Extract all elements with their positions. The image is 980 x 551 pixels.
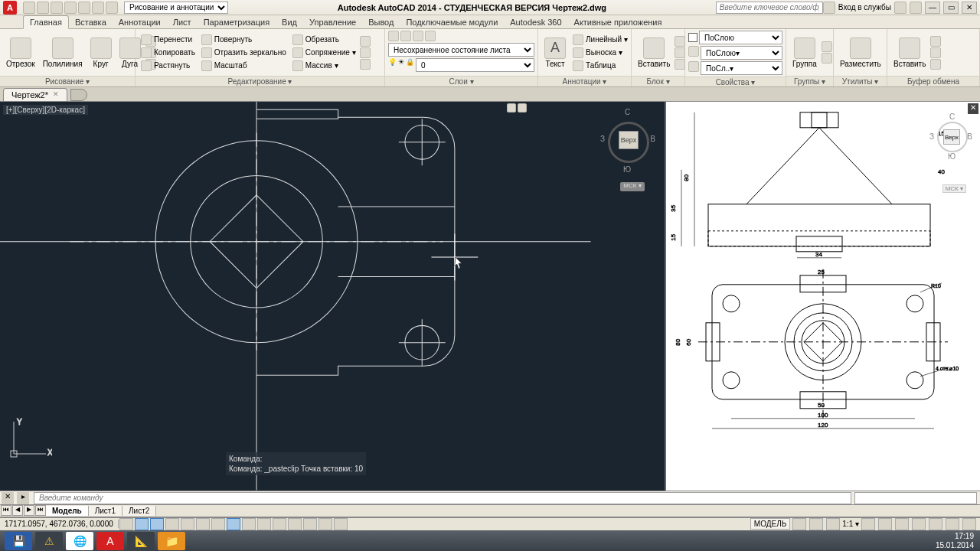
- tab-express[interactable]: Активные приложения: [568, 16, 668, 28]
- measure-button[interactable]: Разместить: [837, 36, 884, 70]
- panel-draw-title[interactable]: Рисование ▾: [0, 76, 135, 86]
- layer-combo[interactable]: 0: [416, 58, 534, 72]
- offset-icon[interactable]: [360, 59, 371, 70]
- viewcube[interactable]: Верх С Ю В З: [602, 108, 655, 177]
- tab-home[interactable]: Главная: [23, 15, 69, 29]
- layout-sheet2-tab[interactable]: Лист2: [122, 506, 156, 516]
- layer-state-combo[interactable]: Несохраненное состояние листа: [388, 43, 534, 57]
- panel-groups-title[interactable]: Группы ▾: [786, 76, 833, 86]
- hardware-accel-icon[interactable]: [929, 518, 942, 530]
- workspace-select[interactable]: Рисование и аннотации: [124, 2, 228, 14]
- help-icon[interactable]: [910, 2, 922, 14]
- color-combo[interactable]: ПоСлою: [699, 31, 782, 44]
- otrack-btn[interactable]: [227, 518, 240, 530]
- panel-modify-title[interactable]: Редактирование ▾: [136, 76, 384, 86]
- grid-btn[interactable]: [150, 518, 164, 530]
- annovis-icon[interactable]: [861, 518, 875, 530]
- linear-dim-button[interactable]: Линейный ▾: [570, 34, 630, 46]
- insert-block-button[interactable]: Вставить: [635, 36, 673, 70]
- mirror-button[interactable]: Отразить зеркально: [199, 47, 289, 59]
- group-button[interactable]: Группа: [789, 36, 820, 70]
- polyline-button[interactable]: Полилиния: [40, 36, 86, 70]
- layout-model-tab[interactable]: Модель: [46, 506, 89, 516]
- paste-button[interactable]: Вставить: [890, 36, 929, 70]
- clean-screen-icon[interactable]: [962, 518, 976, 530]
- copy-clip-icon[interactable]: [930, 47, 941, 58]
- taskbar-app1-icon[interactable]: 📐: [127, 532, 155, 550]
- linetype-combo[interactable]: ПоСл..▾: [701, 61, 782, 75]
- wcs-button[interactable]: МСК ▾: [620, 182, 645, 191]
- layout-prev[interactable]: ◀: [12, 505, 23, 516]
- close-button[interactable]: ✕: [962, 2, 977, 14]
- panel-block-title[interactable]: Блок ▾: [632, 76, 684, 86]
- cmd-close-button[interactable]: ✕: [2, 492, 14, 504]
- lwt-btn[interactable]: [273, 518, 286, 530]
- panel-annotation-title[interactable]: Аннотации ▾: [538, 76, 631, 86]
- status-grid-icon[interactable]: [792, 518, 806, 530]
- attr-icon[interactable]: [675, 59, 685, 70]
- qat-plot[interactable]: [78, 2, 90, 14]
- paper-wcs-button[interactable]: МСК ▾: [942, 184, 966, 193]
- layer-icon3[interactable]: [425, 31, 436, 41]
- explode-icon[interactable]: [360, 47, 371, 58]
- qat-redo[interactable]: [106, 2, 118, 14]
- dyn-btn[interactable]: [257, 518, 271, 530]
- tab-layout[interactable]: Лист: [167, 16, 198, 28]
- layer-icon2[interactable]: [413, 31, 423, 41]
- model-canvas[interactable]: [0, 102, 665, 491]
- model-viewport[interactable]: [+][Сверху][2D-каркас]: [0, 102, 666, 491]
- sc-btn[interactable]: [318, 518, 332, 530]
- system-tray[interactable]: 17:19 15.01.2014: [936, 532, 980, 550]
- snap-btn[interactable]: [135, 518, 149, 530]
- paper-viewcube[interactable]: Верх С Ю В З: [933, 112, 972, 166]
- ducs-btn[interactable]: [242, 518, 256, 530]
- tab-output[interactable]: Вывод: [362, 16, 400, 28]
- trim-button[interactable]: Обрезать: [290, 34, 358, 46]
- cmd-recent-button[interactable]: ▸: [17, 492, 29, 504]
- keyword-search[interactable]: [716, 2, 823, 14]
- taskbar-autocad-icon[interactable]: A: [96, 532, 124, 550]
- rotate-button[interactable]: Повернуть: [199, 34, 289, 46]
- doc-tab[interactable]: Чертеж2*✕: [3, 88, 67, 101]
- taskbar-app2-icon[interactable]: 📁: [158, 532, 185, 550]
- qat-saveas[interactable]: [64, 2, 77, 14]
- coordinates[interactable]: 17171.0957, 4672.0736, 0.0000: [0, 520, 119, 528]
- model-space-btn[interactable]: МОДЕЛЬ: [750, 518, 790, 530]
- layerprops-icon[interactable]: [388, 31, 399, 41]
- layout-last[interactable]: ⏭: [35, 505, 46, 516]
- layout-sheet1-tab[interactable]: Лист1: [89, 506, 122, 516]
- scale-button[interactable]: Масштаб: [199, 60, 289, 72]
- tab-insert[interactable]: Вставка: [69, 16, 113, 28]
- erase-icon[interactable]: [360, 36, 371, 47]
- tab-annotate[interactable]: Аннотации: [113, 16, 167, 28]
- tab-parametric[interactable]: Параметризация: [198, 16, 276, 28]
- tpy-btn[interactable]: [288, 518, 302, 530]
- lineweight-combo[interactable]: ПоСлою▾: [701, 46, 782, 60]
- line-button[interactable]: Отрезок: [3, 36, 38, 70]
- toolbar-lock-icon[interactable]: [912, 518, 926, 530]
- match-icon[interactable]: [930, 59, 941, 70]
- vp-max-icon[interactable]: [518, 103, 527, 112]
- annoscale-icon[interactable]: [826, 518, 840, 530]
- qp-btn[interactable]: [303, 518, 317, 530]
- exchange-icon[interactable]: [823, 2, 835, 14]
- create-block-icon[interactable]: [675, 36, 685, 47]
- tab-manage[interactable]: Управление: [303, 16, 362, 28]
- status-snap-icon[interactable]: [809, 518, 823, 530]
- 3dosnap-btn[interactable]: [211, 518, 225, 530]
- taskbar-chrome-icon[interactable]: 🌐: [66, 532, 93, 550]
- array-button[interactable]: Массив ▾: [290, 60, 358, 72]
- cmd-search-box[interactable]: [854, 492, 977, 504]
- panel-properties-title[interactable]: Свойства ▾: [685, 77, 786, 86]
- tab-plugins[interactable]: Подключаемые модули: [400, 16, 504, 28]
- layout-first[interactable]: ⏮: [1, 505, 11, 516]
- edit-block-icon[interactable]: [675, 47, 685, 58]
- qat-save[interactable]: [51, 2, 63, 14]
- move-button[interactable]: Перенести: [139, 34, 198, 46]
- group-edit-icon[interactable]: [822, 53, 832, 64]
- minimize-button[interactable]: —: [925, 2, 940, 14]
- qat-open[interactable]: [37, 2, 49, 14]
- qat-undo[interactable]: [92, 2, 104, 14]
- viewport-label[interactable]: [+][Сверху][2D-каркас]: [3, 105, 88, 115]
- layout-next[interactable]: ▶: [24, 505, 34, 516]
